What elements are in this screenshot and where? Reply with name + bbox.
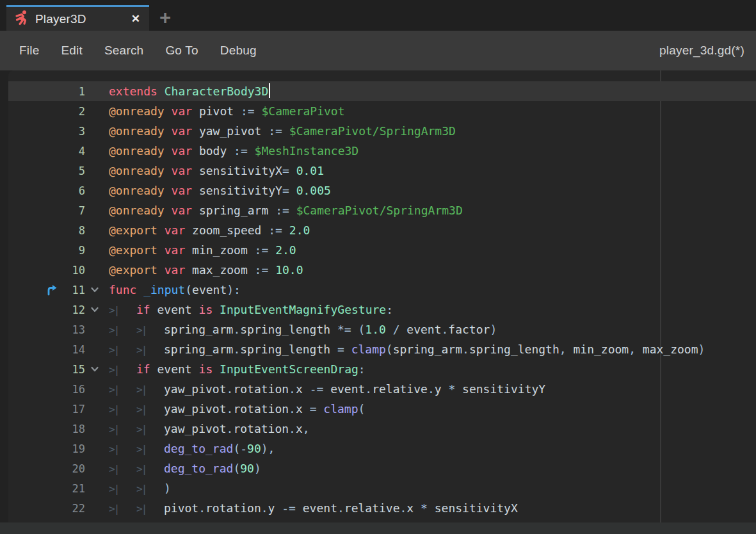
code-token: $CameraPivot/SpringArm3D: [296, 204, 463, 217]
code-line-text[interactable]: >|if event is InputEventScreenDrag:: [109, 359, 756, 380]
code-token: 0.01: [296, 164, 324, 177]
line-number: 9: [64, 244, 85, 257]
code-line-text[interactable]: >|>|yaw_pivot.rotation.x = clamp(: [109, 399, 756, 419]
code-line[interactable]: 1extends CharacterBody3D: [8, 81, 756, 101]
code-token: :=: [268, 124, 289, 138]
line-number: 22: [64, 502, 85, 515]
code-line-text[interactable]: >|>|pivot.rotation.y -= event.relative.x…: [109, 498, 756, 519]
tab-indent-marker: >|: [109, 380, 136, 400]
code-token: .: [442, 323, 449, 336]
code-line[interactable]: 7@onready var spring_arm := $CameraPivot…: [8, 200, 756, 220]
code-line[interactable]: 2@onready var pivot := $CameraPivot: [8, 101, 756, 121]
code-fold-icon[interactable]: [85, 286, 109, 294]
line-number: 12: [64, 303, 85, 316]
menu-item-file[interactable]: File: [8, 44, 50, 57]
current-file-label: player_3d.gd(*): [659, 44, 744, 58]
code-token: $CameraPivot: [261, 104, 344, 118]
code-line-text[interactable]: @export var min_zoom := 2.0: [109, 240, 756, 260]
code-line[interactable]: 21>|>|): [8, 478, 756, 498]
menu-item-debug[interactable]: Debug: [209, 44, 268, 57]
tab-player3d[interactable]: Player3D ✕: [6, 5, 149, 31]
gdscript-icon: [14, 10, 29, 29]
code-token: ,: [629, 343, 643, 356]
code-token: -=: [282, 501, 303, 515]
code-line[interactable]: 6@onready var sensitivityY= 0.005: [8, 181, 756, 200]
code-token: @onready: [109, 164, 172, 177]
code-token: :=: [255, 263, 276, 277]
close-tab-icon[interactable]: ✕: [131, 12, 140, 26]
code-token: @onready: [109, 144, 172, 158]
text-caret: [269, 83, 270, 98]
code-token: min_zoom: [573, 343, 629, 356]
code-line-text[interactable]: >|>|deg_to_rad(-90),: [109, 439, 756, 459]
code-token: .: [289, 382, 296, 396]
tab-indent-marker: >|: [136, 479, 164, 499]
code-line[interactable]: 13>|>|spring_arm.spring_length *= (1.0 /…: [8, 320, 756, 339]
code-token: rotation: [233, 382, 289, 396]
code-token: ,: [559, 343, 574, 356]
code-line-text[interactable]: >|>|deg_to_rad(90): [109, 458, 756, 479]
code-line-text[interactable]: >|>|spring_arm.spring_length = clamp(spr…: [109, 339, 756, 360]
line-number: 7: [64, 204, 85, 217]
tab-indent-marker: >|: [136, 459, 164, 479]
code-line[interactable]: 18>|>|yaw_pivot.rotation.x,: [8, 419, 756, 439]
code-line[interactable]: 17>|>|yaw_pivot.rotation.x = clamp(: [8, 399, 756, 419]
code-line[interactable]: 14>|>|spring_arm.spring_length = clamp(s…: [8, 339, 756, 359]
status-bar-sliver: [0, 522, 756, 534]
code-token: :=: [241, 104, 262, 118]
code-line-text[interactable]: >|>|yaw_pivot.rotation.x,: [109, 419, 756, 439]
code-token: if: [136, 303, 157, 316]
code-token: 2.0: [275, 243, 296, 257]
code-line[interactable]: 10@export var max_zoom := 10.0: [8, 260, 756, 280]
menu-item-go-to[interactable]: Go To: [154, 44, 209, 57]
menu-item-edit[interactable]: Edit: [50, 44, 93, 57]
code-token: ),: [261, 442, 275, 455]
tab-indent-marker: >|: [109, 499, 136, 519]
code-line-text[interactable]: @onready var sensitivityY= 0.005: [109, 181, 756, 200]
code-line-text[interactable]: func _input(event):: [109, 280, 756, 300]
code-line[interactable]: 15>|if event is InputEventScreenDrag:: [8, 359, 756, 379]
code-line-text[interactable]: @onready var spring_arm := $CameraPivot/…: [109, 200, 756, 220]
code-line[interactable]: 12>|if event is InputEventMagnifyGesture…: [8, 300, 756, 320]
code-editor[interactable]: 1extends CharacterBody3D2@onready var pi…: [8, 70, 756, 522]
code-line[interactable]: 19>|>|deg_to_rad(-90),: [8, 439, 756, 458]
code-fold-icon[interactable]: [85, 365, 109, 373]
code-token: 2.0: [289, 223, 310, 237]
connection-arrow-icon[interactable]: [8, 284, 64, 296]
code-line[interactable]: 8@export var zoom_speed := 2.0: [8, 220, 756, 240]
code-line-text[interactable]: extends CharacterBody3D: [109, 81, 756, 101]
code-line-text[interactable]: >|>|spring_arm.spring_length *= (1.0 / e…: [109, 320, 756, 340]
code-line[interactable]: 16>|>|yaw_pivot.rotation.x -= event.rela…: [8, 379, 756, 399]
new-tab-button[interactable]: +: [159, 5, 171, 31]
code-token: event: [157, 303, 199, 316]
code-fold-icon[interactable]: [85, 305, 109, 314]
code-token: extends: [109, 85, 165, 98]
line-number: 2: [64, 105, 85, 118]
code-line-text[interactable]: @onready var body := $MeshInstance3D: [109, 141, 756, 161]
line-number: 18: [64, 423, 85, 435]
code-line[interactable]: 4@onready var body := $MeshInstance3D: [8, 141, 756, 161]
code-line-text[interactable]: @onready var sensitivityX= 0.01: [109, 161, 756, 181]
code-line-text[interactable]: @onready var pivot := $CameraPivot: [109, 101, 756, 121]
code-line[interactable]: 11func _input(event):: [8, 280, 756, 300]
code-line-text[interactable]: >|>|): [109, 478, 756, 499]
code-token: .: [261, 501, 268, 515]
code-token: /: [386, 323, 407, 336]
code-token: CharacterBody3D: [165, 85, 269, 98]
code-line[interactable]: 20>|>|deg_to_rad(90): [8, 458, 756, 478]
line-number: 21: [64, 482, 85, 495]
code-line-text[interactable]: @export var max_zoom := 10.0: [109, 260, 756, 280]
code-token: @onready: [109, 124, 172, 138]
code-line-text[interactable]: >|>|yaw_pivot.rotation.x -= event.relati…: [109, 379, 756, 400]
tab-indent-marker: >|: [136, 340, 164, 360]
code-line-text[interactable]: @export var zoom_speed := 2.0: [109, 220, 756, 240]
code-line[interactable]: 5@onready var sensitivityX= 0.01: [8, 161, 756, 181]
code-line-text[interactable]: >|if event is InputEventMagnifyGesture:: [109, 300, 756, 320]
code-token: sensitivityY: [199, 184, 282, 197]
code-token: .: [198, 501, 205, 515]
code-line-text[interactable]: @onready var yaw_pivot := $CameraPivot/S…: [109, 121, 756, 141]
menu-item-search[interactable]: Search: [93, 44, 154, 57]
code-line[interactable]: 22>|>|pivot.rotation.y -= event.relative…: [8, 498, 756, 518]
code-line[interactable]: 9@export var min_zoom := 2.0: [8, 240, 756, 260]
code-line[interactable]: 3@onready var yaw_pivot := $CameraPivot/…: [8, 121, 756, 141]
